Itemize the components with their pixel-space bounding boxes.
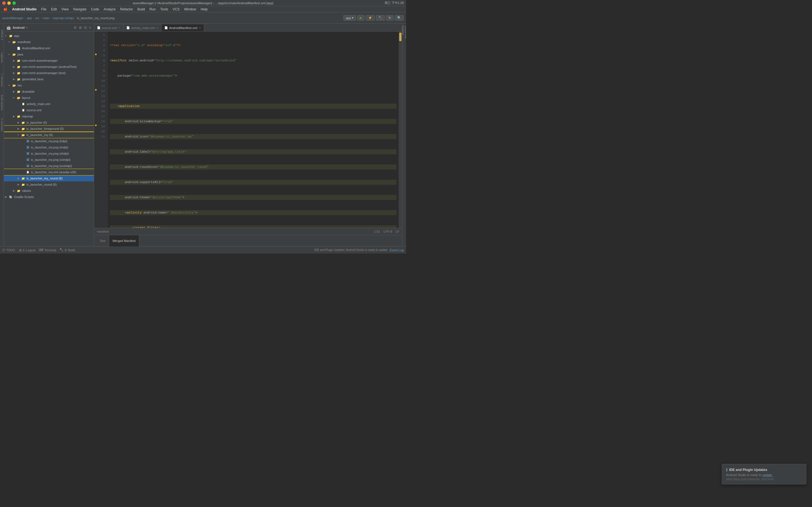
window-menu[interactable]: Window: [182, 6, 199, 12]
run-config-dropdown[interactable]: app ▾: [343, 15, 356, 20]
run-menu[interactable]: Run: [147, 6, 158, 12]
favorites-tab[interactable]: 2: Favorites: [0, 114, 4, 136]
tools-menu[interactable]: Tools: [158, 6, 170, 12]
breadcrumb-main[interactable]: main: [43, 16, 49, 20]
tree-item-java[interactable]: ▾ 📂 java: [4, 51, 94, 57]
tree-item-ic-my-xxhdpi[interactable]: ▶ 🖼 ic_launcher_my.png (xxhdpi): [4, 157, 94, 163]
breadcrumb-app[interactable]: app: [27, 16, 32, 20]
breadcrumb-mipmap[interactable]: mipmap-xxhdpi: [53, 16, 74, 20]
tree-item-values[interactable]: ▶ 📁 values: [4, 187, 94, 194]
structure-tab-label[interactable]: 7: Structure: [0, 71, 4, 89]
tree-item-ic-my-hdpi[interactable]: ▶ 🖼 ic_launcher_my.png (hdpi): [4, 138, 94, 144]
help-menu[interactable]: Help: [199, 6, 210, 12]
minimize-button[interactable]: [7, 1, 11, 5]
tree-item-manifests[interactable]: ▾ 📂 manifests: [4, 39, 94, 45]
project-panel: 🤖 Android ▾ ⚙ ⊞ ⊟ ≡ ▾ 📁 app ▾ 📂 manifest…: [4, 24, 94, 246]
tree-item-ic-launcher-my[interactable]: ▾ 📂 ic_launcher_my (6): [4, 132, 94, 138]
merged-manifest-tab[interactable]: Merged Manifest: [109, 235, 139, 246]
build-button[interactable]: 🔨: [376, 15, 385, 20]
captures-tab-label[interactable]: Captures: [0, 50, 4, 65]
tree-item-ic-my-mdpi[interactable]: ▶ 🖼 ic_launcher_my.png (mdpi): [4, 144, 94, 151]
tab-source-close[interactable]: ✕: [118, 26, 120, 29]
tree-item-res[interactable]: ▾ 📂 res: [4, 82, 94, 89]
apple-menu[interactable]: 🍎: [1, 6, 10, 12]
tree-item-ic-launcher[interactable]: ▶ 📁 ic_launcher (6): [4, 119, 94, 126]
breadcrumb-src[interactable]: src: [35, 16, 40, 20]
tree-item-activity-main[interactable]: ▶ 📋 activity_main.xml: [4, 101, 94, 107]
tree-item-ic-my-xml[interactable]: ▶ 📋 ic_launcher_my.xml (anydpi-v26): [4, 169, 94, 175]
terminal-button[interactable]: ⌨ Terminal: [39, 248, 56, 252]
analyze-menu[interactable]: Analyze: [101, 6, 118, 12]
tree-item-gradle[interactable]: ▶ 🐘 Gradle Scripts: [4, 194, 94, 200]
tree-item-pkg3[interactable]: ▶ 📁 com.mmh.assestmanager (test): [4, 70, 94, 76]
search-button[interactable]: 🔍: [395, 15, 404, 20]
tree-item-layout[interactable]: ▾ 📂 layout: [4, 95, 94, 101]
dropdown-icon[interactable]: ▾: [26, 26, 28, 29]
tree-item-pkg1[interactable]: ▶ 📁 com.mmh.assestmanager: [4, 57, 94, 64]
code-line-5: <application: [110, 104, 396, 109]
file-menu[interactable]: File: [39, 6, 49, 12]
tree-item-mipmap[interactable]: ▶ 📁 mipmap: [4, 113, 94, 119]
gutter-11: [94, 82, 98, 87]
refactor-menu[interactable]: Refactor: [118, 6, 135, 12]
favorites-tab-label[interactable]: 2: Favorites: [0, 116, 4, 134]
build-output-button[interactable]: 🔨 8: Build: [59, 248, 75, 252]
project-panel-tab[interactable]: 1: Project: [0, 24, 4, 46]
tab-source-xml[interactable]: 📄 source.xml ✕: [94, 24, 123, 31]
debug-button[interactable]: ⚡: [366, 15, 375, 20]
view-menu[interactable]: View: [59, 6, 71, 12]
code-editor[interactable]: 1 2 3 4 5 6 7 8 9 10 11 12 13 14: [94, 32, 402, 228]
tab-manifest-close[interactable]: ✕: [199, 26, 201, 29]
structure-tab[interactable]: 7: Structure: [0, 69, 4, 91]
run-button[interactable]: ▶: [357, 15, 364, 20]
todo-icon: ☑: [2, 248, 5, 252]
breadcrumb-file[interactable]: ic_launcher_my_round.png: [77, 16, 114, 20]
expand-all-icon[interactable]: ⊞: [79, 25, 82, 30]
tree-item-pkg2[interactable]: ▶ 📁 com.mmh.assestmanager (androidTest): [4, 64, 94, 70]
traffic-lights[interactable]: [2, 1, 16, 5]
code-menu[interactable]: Code: [89, 6, 101, 12]
app-menubar: 🍎 Android Studio File Edit View Navigate…: [0, 6, 406, 12]
tree-label-source-xml: source.xml: [27, 108, 42, 112]
tab-activity-close[interactable]: ✕: [156, 26, 158, 29]
project-tab-label[interactable]: 1: Project: [0, 27, 4, 43]
code-lines[interactable]: <?xml version="1.0" encoding="utf-8"?> <…: [108, 32, 399, 228]
tab-activity-main[interactable]: 📄 activity_main.xml ✕: [123, 24, 161, 31]
gutter-18: [94, 118, 98, 123]
captures-tab[interactable]: Captures: [0, 46, 4, 69]
todo-button[interactable]: ☑ TODO: [2, 248, 15, 252]
logcat-button[interactable]: 🖥 6: Logcat: [18, 248, 36, 252]
tree-label-app: app: [14, 34, 19, 38]
tree-item-ic-my-xxxhdpi[interactable]: ▶ 🖼 ic_launcher_my.png (xxxhdpi): [4, 163, 94, 169]
navigate-menu[interactable]: Navigate: [71, 6, 89, 12]
gear-icon[interactable]: ⚙: [73, 25, 77, 30]
gutter-21: [94, 133, 98, 138]
tree-item-drawable[interactable]: ▶ 📁 drawable: [4, 89, 94, 95]
tree-item-source-xml[interactable]: ▶ 📋 source.xml: [4, 107, 94, 113]
tree-item-generated[interactable]: ▶ 📁 generated.Java: [4, 76, 94, 82]
edit-menu[interactable]: Edit: [49, 6, 59, 12]
variants-tab-label[interactable]: Build Variants: [0, 93, 4, 113]
close-button[interactable]: [2, 1, 6, 5]
status-message: IDE and Plugin Updates: Android Studio i…: [314, 248, 404, 252]
build-menu[interactable]: Build: [135, 6, 147, 12]
breadcrumb-project[interactable]: assestManager: [2, 16, 23, 20]
settings-icon[interactable]: ≡: [89, 25, 92, 30]
sync-button[interactable]: ↻: [386, 15, 394, 20]
text-tab[interactable]: Text: [96, 235, 109, 246]
status-path: manifest: [97, 230, 109, 233]
tab-androidmanifest[interactable]: 📄 AndroidManifest.xml ✕: [161, 24, 204, 31]
collapse-all-icon[interactable]: ⊟: [84, 25, 87, 30]
event-log-button[interactable]: Event Log: [390, 248, 404, 252]
tree-item-ic-my-round[interactable]: ▶ 📁 ic_launcher_my_round (6): [4, 175, 94, 181]
variants-tab[interactable]: Build Variants: [0, 91, 4, 114]
vcs-menu[interactable]: VCS: [170, 6, 182, 12]
maximize-button[interactable]: [12, 1, 16, 5]
tree-item-ic-launcher-fg[interactable]: ▶ 📁 ic_launcher_foreground (5): [4, 126, 94, 132]
tree-item-androidmanifest[interactable]: ▶ 📄 AndroidManifest.xml: [4, 45, 94, 51]
tree-item-ic-launcher-round[interactable]: ▶ 📁 ic_launcher_round (6): [4, 181, 94, 187]
tree-item-app[interactable]: ▾ 📁 app: [4, 33, 94, 39]
gutter-1: [94, 32, 98, 37]
app-name-menu[interactable]: Android Studio: [10, 6, 39, 12]
tree-item-ic-my-xhdpi[interactable]: ▶ 🖼 ic_launcher_my.png (xhdpi): [4, 151, 94, 157]
